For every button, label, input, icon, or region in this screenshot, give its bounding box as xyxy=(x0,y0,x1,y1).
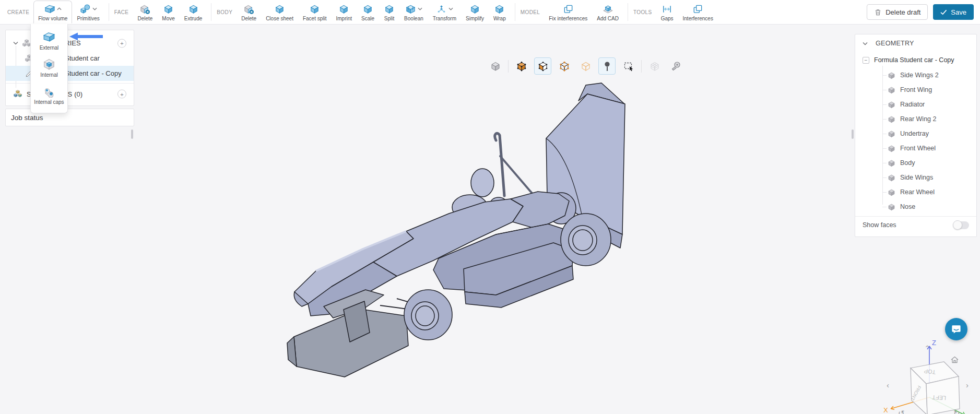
geometry-part-row-front-wheel[interactable]: Front Wheel xyxy=(855,141,976,156)
probe-point-icon[interactable] xyxy=(598,57,616,75)
toolbar-separator xyxy=(211,3,211,21)
select-face-icon[interactable] xyxy=(534,57,551,75)
tool-scale[interactable]: Scale xyxy=(357,1,379,23)
geometry-part-row-side-wings-2[interactable]: Side Wings 2 xyxy=(855,68,976,82)
save-button[interactable]: Save xyxy=(933,4,974,20)
left-panel-resize-handle[interactable] xyxy=(131,129,133,139)
geometry-root-row[interactable]: − Formula Student car - Copy xyxy=(855,52,976,68)
flow-volume-option-external[interactable]: External xyxy=(31,27,67,54)
home-view-icon[interactable] xyxy=(950,356,959,364)
select-vertex-icon[interactable] xyxy=(556,57,573,75)
tool-add-cad[interactable]: Add CAD xyxy=(592,1,623,23)
mesh-display-icon[interactable] xyxy=(646,57,663,75)
project-tree-panel: GEOMETRIES + Formula Student car Formula… xyxy=(5,30,134,106)
viewport-3d[interactable]: 1 m Z X Y TOP LEFT FRONT › › ‹ › xyxy=(0,25,980,414)
tool-split[interactable]: Split xyxy=(379,1,399,23)
geometry-part-row-nose[interactable]: Nose xyxy=(855,199,976,214)
flow-volume-option-label: Internal caps xyxy=(34,99,64,105)
tool-primitives[interactable]: Primitives xyxy=(72,1,104,23)
flow-volume-option-internal[interactable]: Internal xyxy=(31,54,67,81)
tool-flow-volume[interactable]: Flow volume xyxy=(33,1,72,23)
select-wireframe-icon[interactable] xyxy=(577,57,594,75)
car-rear-wheel xyxy=(561,214,611,266)
chat-bubble-icon xyxy=(951,324,962,335)
tree-connector xyxy=(882,163,887,163)
add-geometry-button[interactable]: + xyxy=(117,39,126,48)
part-label: Front Wing xyxy=(900,86,932,93)
rotate-cw-icon[interactable]: ↻ xyxy=(953,409,960,414)
chevron-up-icon xyxy=(57,7,62,10)
rotate-left-chevron[interactable]: ‹ xyxy=(887,381,889,389)
show-faces-toggle[interactable] xyxy=(953,221,969,229)
tool-simplify[interactable]: Simplify xyxy=(461,1,489,23)
extrude-face-icon xyxy=(188,4,199,15)
tool-label: Delete xyxy=(137,16,152,21)
geometry-part-row-side-wings[interactable]: Side Wings xyxy=(855,170,976,185)
rotate-ccw-icon[interactable]: ↺ xyxy=(898,409,905,414)
part-label: Side Wings xyxy=(900,174,933,181)
toolbar-section-label: FACE xyxy=(114,9,129,15)
tool-interferences[interactable]: Interferences xyxy=(678,1,718,23)
tool-close-sheet[interactable]: Close sheet xyxy=(261,1,298,23)
rotate-up-chevron[interactable]: › xyxy=(922,345,931,348)
formula-student-car-model[interactable] xyxy=(277,82,642,385)
add-simulation-button[interactable]: + xyxy=(117,90,126,99)
measure-icon[interactable] xyxy=(667,57,684,75)
tool-boolean[interactable]: Boolean xyxy=(399,1,428,23)
flow-volume-option-label: External xyxy=(40,45,59,51)
viewport-selection-toolbar xyxy=(487,57,684,75)
car-front-wheel xyxy=(404,290,452,340)
tree-row-geometry-item-selected[interactable]: Formula Student car - Copy xyxy=(6,66,134,81)
geometry-part-row-undertray[interactable]: Undertray xyxy=(855,126,976,141)
tree-connector xyxy=(882,178,887,178)
flow-volume-icon xyxy=(44,4,55,15)
chevron-down-icon xyxy=(92,7,97,10)
tool-wrap[interactable]: Wrap xyxy=(489,1,511,23)
flow-volume-option-internal-caps[interactable]: Internal caps xyxy=(31,81,67,109)
internal-caps-icon xyxy=(42,85,56,98)
tool-extrude[interactable]: Extrude xyxy=(180,1,207,23)
tool-label: Extrude xyxy=(184,16,202,21)
part-label: Body xyxy=(900,159,915,167)
tool-fix-interferences[interactable]: Fix interferences xyxy=(544,1,592,23)
select-volume-icon[interactable] xyxy=(513,57,530,75)
tree-row-simulations[interactable]: SIMULATIONS (0) + xyxy=(6,85,134,103)
tool-label: Delete xyxy=(241,16,256,21)
tree-connector xyxy=(882,134,887,134)
external-flow-icon xyxy=(42,31,56,43)
geometry-panel: GEOMETRY − Formula Student car - Copy Si… xyxy=(855,34,977,237)
tool-delete[interactable]: Delete xyxy=(133,1,157,23)
tool-label: Primitives xyxy=(77,16,99,21)
view-cube-gizmo[interactable]: Z X Y TOP LEFT FRONT › › ‹ › ↺ ↻ xyxy=(881,336,976,414)
geometry-part-row-radiator[interactable]: Radiator xyxy=(855,97,976,112)
tree-row-geometry-item[interactable]: Formula Student car xyxy=(6,51,134,66)
geometry-root-label: Formula Student car - Copy xyxy=(874,56,954,64)
box-select-icon[interactable] xyxy=(620,57,637,75)
scale-icon xyxy=(362,4,373,15)
geometry-part-row-rear-wheel[interactable]: Rear Wheel xyxy=(855,185,976,199)
tool-gaps[interactable]: Gaps xyxy=(656,1,678,23)
geometry-panel-header[interactable]: GEOMETRY xyxy=(855,34,976,52)
delete-draft-button[interactable]: Delete draft xyxy=(867,4,928,20)
tool-imprint[interactable]: Imprint xyxy=(332,1,357,23)
rotate-right-chevron[interactable]: › xyxy=(966,381,969,389)
tool-facet-split[interactable]: Facet split xyxy=(298,1,332,23)
tool-transform[interactable]: Transform xyxy=(428,1,461,23)
toolbar-separator xyxy=(515,3,515,21)
tool-move[interactable]: Move xyxy=(157,1,179,23)
geometry-part-row-body[interactable]: Body xyxy=(855,156,976,170)
save-label: Save xyxy=(951,8,966,16)
right-panel-resize-handle[interactable] xyxy=(852,129,854,139)
job-status-panel: Job status xyxy=(5,109,134,126)
collapse-expander-icon[interactable]: − xyxy=(863,57,869,64)
geometry-part-row-front-wing[interactable]: Front Wing xyxy=(855,82,976,97)
toolbar-section-label: CREATE xyxy=(7,9,29,15)
part-cube-icon xyxy=(888,115,895,123)
flow-volume-dropdown: External Internal Internal caps xyxy=(30,24,68,113)
tool-label: Close sheet xyxy=(266,16,293,21)
chat-support-button[interactable] xyxy=(945,318,967,340)
flow-volume-option-label: Internal xyxy=(40,72,57,78)
geometry-part-row-rear-wing-2[interactable]: Rear Wing 2 xyxy=(855,112,976,126)
tool-delete[interactable]: Delete xyxy=(237,1,261,23)
select-body-icon[interactable] xyxy=(487,57,504,75)
